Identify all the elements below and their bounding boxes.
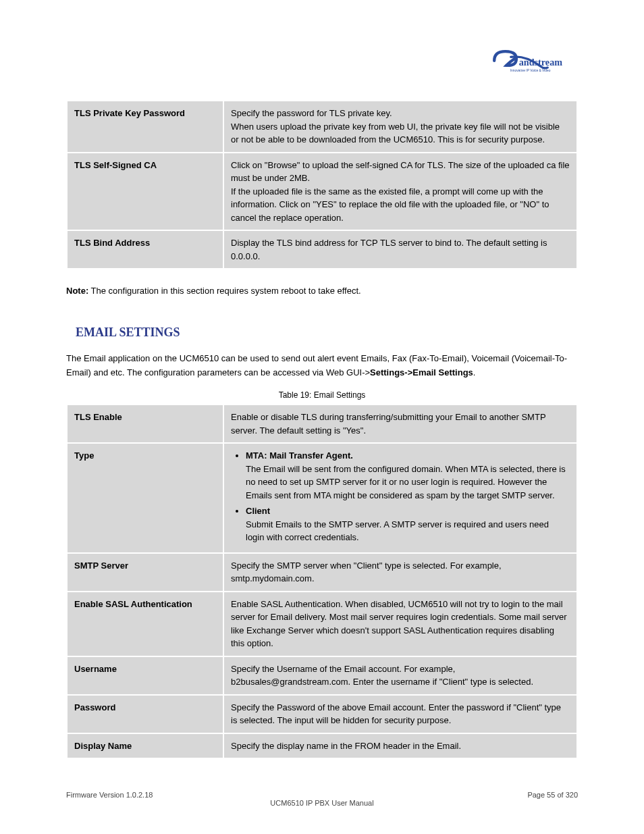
- param-label: TLS Bind Address: [68, 231, 223, 268]
- logo-tagline: Innovative IP Voice & Video: [510, 69, 551, 72]
- param-desc: Specify the password for TLS private key…: [224, 101, 576, 152]
- section-heading-email: EMAIL SETTINGS: [76, 325, 578, 340]
- table-caption: Table 19: Email Settings: [66, 390, 578, 400]
- tls-params-table: TLS Private Key Password Specify the pas…: [66, 100, 578, 269]
- param-label: Username: [68, 657, 223, 694]
- note-label: Note:: [66, 286, 88, 296]
- note-body: The configuration in this section requir…: [88, 286, 360, 296]
- email-intro-paragraph: The Email application on the UCM6510 can…: [66, 352, 578, 380]
- param-desc: Specify the Password of the above Email …: [224, 696, 576, 733]
- table-row: SMTP Server Specify the SMTP server when…: [68, 554, 576, 591]
- table-row: TLS Enable Enable or disable TLS during …: [68, 405, 576, 442]
- param-desc: Enable or disable TLS during transferrin…: [224, 405, 576, 442]
- table-row: Password Specify the Password of the abo…: [68, 696, 576, 733]
- table-row: TLS Private Key Password Specify the pas…: [68, 101, 576, 152]
- table-row: Display Name Specify the display name in…: [68, 734, 576, 758]
- param-desc: Click on "Browse" to upload the self-sig…: [224, 153, 576, 230]
- param-label: Display Name: [68, 734, 223, 758]
- list-item: MTA: Mail Transfer Agent. The Email will…: [246, 449, 570, 502]
- param-label: Type: [68, 444, 223, 552]
- list-item: Client Submit Emails to the SMTP server.…: [246, 504, 570, 544]
- footer-center: UCM6510 IP PBX User Manual: [66, 799, 578, 807]
- footer-right: Page 55 of 320: [527, 791, 578, 799]
- param-desc: Display the TLS bind address for TCP TLS…: [224, 231, 576, 268]
- param-label: Password: [68, 696, 223, 733]
- param-desc: Specify the SMTP server when "Client" ty…: [224, 554, 576, 591]
- footer-left: Firmware Version 1.0.2.18: [66, 791, 153, 799]
- param-label: Enable SASL Authentication: [68, 592, 223, 656]
- param-desc: MTA: Mail Transfer Agent. The Email will…: [224, 444, 576, 552]
- param-label: SMTP Server: [68, 554, 223, 591]
- email-params-table: TLS Enable Enable or disable TLS during …: [66, 404, 578, 759]
- param-label: TLS Self-Signed CA: [68, 153, 223, 230]
- param-desc: Specify the Username of the Email accoun…: [224, 657, 576, 694]
- table-row: TLS Bind Address Display the TLS bind ad…: [68, 231, 576, 268]
- param-desc: Enable SASL Authentication. When disable…: [224, 592, 576, 656]
- table-row: Type MTA: Mail Transfer Agent. The Email…: [68, 444, 576, 552]
- logo: andstream Innovative IP Voice & Video: [489, 39, 570, 80]
- table-row: Username Specify the Username of the Ema…: [68, 657, 576, 694]
- svg-text:andstream: andstream: [519, 57, 562, 68]
- table-row: TLS Self-Signed CA Click on "Browse" to …: [68, 153, 576, 230]
- param-desc: Specify the display name in the FROM hea…: [224, 734, 576, 758]
- param-label: TLS Private Key Password: [68, 101, 223, 152]
- note-block: Note: The configuration in this section …: [66, 284, 578, 298]
- param-label: TLS Enable: [68, 405, 223, 442]
- table-row: Enable SASL Authentication Enable SASL A…: [68, 592, 576, 656]
- grandstream-logo: andstream Innovative IP Voice & Video: [489, 39, 570, 78]
- page-footer: Firmware Version 1.0.2.18 Page 55 of 320…: [66, 791, 578, 807]
